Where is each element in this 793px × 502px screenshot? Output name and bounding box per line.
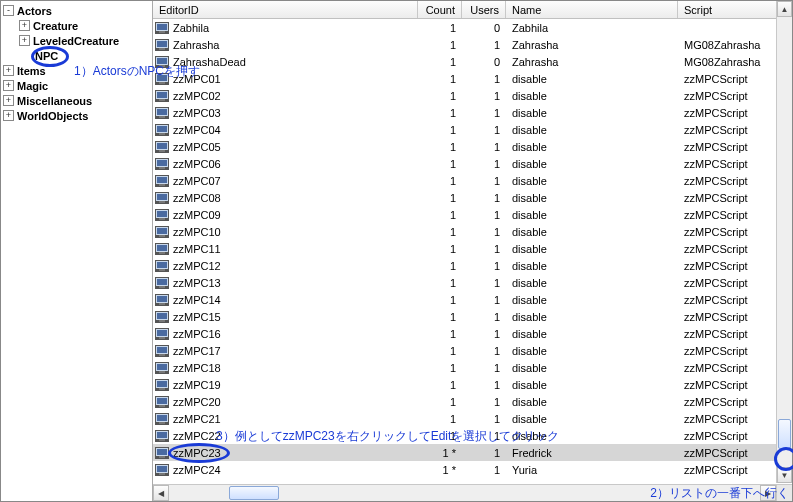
tree-item-miscellaneous[interactable]: + Miscellaneous — [3, 93, 152, 108]
table-row[interactable]: zzMPC0211disablezzMPCScript — [153, 87, 792, 104]
svg-rect-78 — [157, 347, 167, 353]
scroll-track[interactable] — [777, 17, 792, 467]
col-header-script[interactable]: Script — [678, 1, 792, 18]
svg-rect-30 — [157, 143, 167, 149]
col-header-editorid[interactable]: EditorID — [153, 1, 418, 18]
table-row[interactable]: zzMPC0911disablezzMPCScript — [153, 206, 792, 223]
tree-item-npc[interactable]: NPC — [19, 48, 152, 63]
svg-rect-19 — [159, 99, 165, 101]
tree-item-items[interactable]: + Items — [3, 63, 152, 78]
expand-icon[interactable]: + — [19, 35, 30, 46]
table-row[interactable]: zzMPC0311disablezzMPCScript — [153, 104, 792, 121]
tree-item-label: Miscellaneous — [17, 95, 92, 107]
editorid-text: zzMPC22 — [173, 430, 221, 442]
expand-icon[interactable]: + — [3, 110, 14, 121]
cell-users: 1 — [462, 277, 506, 289]
npc-icon — [155, 345, 169, 357]
col-header-name[interactable]: Name — [506, 1, 678, 18]
table-row[interactable]: Zabhila10Zabhila — [153, 19, 792, 36]
tree-item-worldobjects[interactable]: + WorldObjects — [3, 108, 152, 123]
tree-item-label: Items — [17, 65, 46, 77]
svg-rect-103 — [159, 456, 165, 458]
cell-name: Zahrasha — [506, 39, 678, 51]
cell-count: 1 — [418, 294, 462, 306]
scroll-thumb[interactable] — [229, 486, 279, 500]
cell-name: disable — [506, 175, 678, 187]
svg-rect-87 — [159, 388, 165, 390]
cell-editorid: zzMPC11 — [153, 243, 418, 255]
npc-icon — [155, 22, 169, 34]
cell-script: zzMPCScript — [678, 294, 792, 306]
cell-script: zzMPCScript — [678, 464, 792, 476]
table-row[interactable]: zzMPC1111disablezzMPCScript — [153, 240, 792, 257]
tree-item-magic[interactable]: + Magic — [3, 78, 152, 93]
col-header-count[interactable]: Count — [418, 1, 462, 18]
svg-rect-86 — [157, 381, 167, 387]
horizontal-scrollbar[interactable]: ◀ ▶ — [153, 484, 792, 501]
table-row[interactable]: zzMPC0411disablezzMPCScript — [153, 121, 792, 138]
table-row[interactable]: zzMPC1311disablezzMPCScript — [153, 274, 792, 291]
tree-item-creature[interactable]: + Creature — [19, 18, 152, 33]
col-header-users[interactable]: Users — [462, 1, 506, 18]
expand-icon[interactable]: + — [3, 65, 14, 76]
tree-item-label: Magic — [17, 80, 48, 92]
table-row[interactable]: zzMPC0511disablezzMPCScript — [153, 138, 792, 155]
cell-count: 1 — [418, 73, 462, 85]
cell-users: 1 — [462, 39, 506, 51]
editorid-text: zzMPC05 — [173, 141, 221, 153]
vertical-scrollbar[interactable]: ▲ ▼ — [776, 1, 792, 483]
table-row[interactable]: zzMPC1211disablezzMPCScript — [153, 257, 792, 274]
collapse-icon[interactable]: - — [3, 5, 14, 16]
table-row[interactable]: zzMPC1711disablezzMPCScript — [153, 342, 792, 359]
table-row[interactable]: zzMPC2011disablezzMPCScript — [153, 393, 792, 410]
editorid-text: zzMPC03 — [173, 107, 221, 119]
list-header: EditorID Count Users Name Script — [153, 1, 792, 19]
table-row[interactable]: ZahrashaDead10ZahrashaMG08Zahrasha — [153, 53, 792, 70]
cell-editorid: Zabhila — [153, 22, 418, 34]
cell-name: disable — [506, 90, 678, 102]
table-row[interactable]: Zahrasha11ZahrashaMG08Zahrasha — [153, 36, 792, 53]
cell-name: disable — [506, 345, 678, 357]
cell-users: 1 — [462, 447, 506, 459]
table-row[interactable]: zzMPC1411disablezzMPCScript — [153, 291, 792, 308]
table-row[interactable]: zzMPC2111disablezzMPCScript — [153, 410, 792, 427]
table-row[interactable]: zzMPC241 *1YuriazzMPCScript — [153, 461, 792, 478]
scroll-left-button[interactable]: ◀ — [153, 485, 169, 501]
table-row[interactable]: zzMPC1911disablezzMPCScript — [153, 376, 792, 393]
cell-count: 1 — [418, 396, 462, 408]
scroll-down-button[interactable]: ▼ — [777, 467, 792, 483]
cell-script: zzMPCScript — [678, 430, 792, 442]
tree-root-actors[interactable]: - Actors — [3, 3, 152, 18]
table-row[interactable]: zzMPC1611disablezzMPCScript — [153, 325, 792, 342]
table-row[interactable]: zzMPC1511disablezzMPCScript — [153, 308, 792, 325]
table-row[interactable]: zzMPC1011disablezzMPCScript — [153, 223, 792, 240]
scroll-track[interactable] — [169, 485, 760, 501]
cell-count: 1 — [418, 141, 462, 153]
table-row[interactable]: zzMPC231 *1FredrickzzMPCScript — [153, 444, 792, 461]
table-row[interactable]: zzMPC1811disablezzMPCScript — [153, 359, 792, 376]
table-row[interactable]: zzMPC0811disablezzMPCScript — [153, 189, 792, 206]
cell-script: zzMPCScript — [678, 345, 792, 357]
svg-rect-62 — [157, 279, 167, 285]
tree-item-label: NPC — [35, 50, 58, 62]
svg-rect-94 — [157, 415, 167, 421]
expand-icon[interactable]: + — [3, 80, 14, 91]
editorid-text: zzMPC13 — [173, 277, 221, 289]
table-row[interactable]: zzMPC0611disablezzMPCScript — [153, 155, 792, 172]
table-row[interactable]: zzMPC2211disablezzMPCScript — [153, 427, 792, 444]
expand-icon[interactable]: + — [3, 95, 14, 106]
table-row[interactable]: zzMPC0711disablezzMPCScript — [153, 172, 792, 189]
table-row[interactable]: zzMPC0111disablezzMPCScript — [153, 70, 792, 87]
cell-users: 1 — [462, 260, 506, 272]
cell-editorid: zzMPC20 — [153, 396, 418, 408]
expand-icon[interactable]: + — [19, 20, 30, 31]
cell-name: disable — [506, 209, 678, 221]
scroll-right-button[interactable]: ▶ — [760, 485, 776, 501]
cell-script: zzMPCScript — [678, 175, 792, 187]
cell-script: zzMPCScript — [678, 107, 792, 119]
scroll-up-button[interactable]: ▲ — [777, 1, 792, 17]
npc-icon — [155, 277, 169, 289]
svg-rect-71 — [159, 320, 165, 322]
scroll-thumb[interactable] — [778, 419, 791, 449]
tree-item-leveledcreature[interactable]: + LeveledCreature — [19, 33, 152, 48]
